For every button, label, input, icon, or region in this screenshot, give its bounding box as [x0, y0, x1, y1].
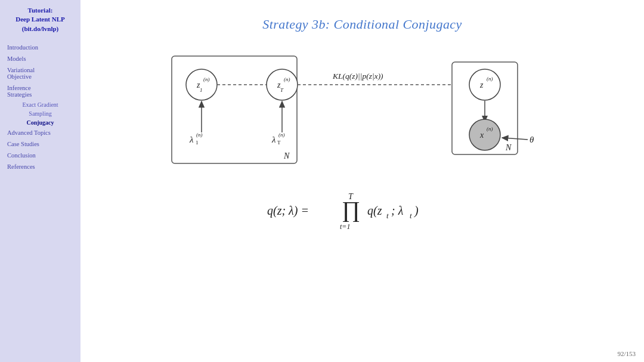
sidebar-item-inference-strategies[interactable]: InferenceStrategies — [4, 82, 77, 100]
lambdaT-sub: T — [277, 140, 281, 146]
formula-close: ) — [414, 204, 419, 218]
slide-title: Strategy 3b: Conditional Conjugacy — [80, 17, 644, 32]
lambda1-sup: (n) — [196, 132, 203, 138]
sidebar-item-variational-objective[interactable]: VariationalObjective — [4, 64, 77, 82]
page-number: 92/153 — [617, 350, 636, 357]
zn-node — [469, 69, 500, 100]
z1-sub: 1 — [200, 87, 203, 93]
sidebar: Tutorial:Deep Latent NLP(bit.do/lvnlp) I… — [0, 0, 80, 362]
formula-svg: q(z; λ) = ∏ T t=1 q(z t ; λ t ) — [261, 186, 464, 234]
formula-right: q(z — [367, 204, 382, 218]
zn-label: z — [479, 81, 484, 89]
lambda1-sub: 1 — [196, 140, 199, 146]
sidebar-item-conclusion[interactable]: Conclusion — [4, 150, 77, 161]
main-diagram: z (n) 1 z (n) T λ (n) 1 λ (n) T N — [136, 44, 589, 175]
sidebar-item-conjugacy[interactable]: Conjugacy — [21, 118, 58, 127]
sidebar-item-references[interactable]: References — [4, 161, 77, 172]
kl-label: KL(q(z)||p(z|x)) — [332, 72, 383, 81]
left-plate-n: N — [283, 151, 290, 160]
formula-area: q(z; λ) = ∏ T t=1 q(z t ; λ t ) — [80, 186, 644, 234]
xn-node — [469, 119, 500, 150]
lambdaT-sup: (n) — [278, 132, 285, 138]
formula-semi: ; λ — [391, 204, 404, 217]
product-bottom: t=1 — [340, 222, 350, 231]
xn-label: x — [479, 131, 484, 140]
main-content: Strategy 3b: Conditional Conjugacy z (n)… — [80, 0, 644, 362]
lambdaT-label: λ — [271, 135, 276, 144]
zT-sup: (n) — [284, 76, 290, 82]
theta-label: θ — [530, 135, 534, 144]
lambda1-label: λ — [189, 135, 194, 144]
xn-sup: (n) — [487, 126, 493, 132]
product-top: T — [348, 192, 354, 201]
sidebar-item-introduction[interactable]: Introduction — [4, 42, 77, 53]
formula-lambda-sub: t — [410, 211, 412, 220]
sidebar-item-models[interactable]: Models — [4, 53, 77, 64]
z1-sup: (n) — [203, 76, 210, 82]
sidebar-item-exact-gradient[interactable]: Exact Gradient — [17, 100, 63, 109]
sidebar-item-case-studies[interactable]: Case Studies — [4, 138, 77, 150]
formula-t-sub: t — [386, 211, 389, 220]
zT-node — [267, 69, 298, 100]
sidebar-item-advanced-topics[interactable]: Advanced Topics — [4, 127, 77, 138]
diagram-container: z (n) 1 z (n) T λ (n) 1 λ (n) T N — [80, 44, 644, 175]
sidebar-item-sampling[interactable]: Sampling — [24, 109, 56, 118]
formula-text: q(z; λ) = — [267, 204, 309, 218]
z1-node — [186, 69, 217, 100]
zn-sup: (n) — [487, 76, 493, 82]
arrow-theta-xn — [502, 138, 528, 140]
sidebar-title: Tutorial:Deep Latent NLP(bit.do/lvnlp) — [16, 6, 65, 33]
right-plate-n: N — [505, 143, 512, 152]
